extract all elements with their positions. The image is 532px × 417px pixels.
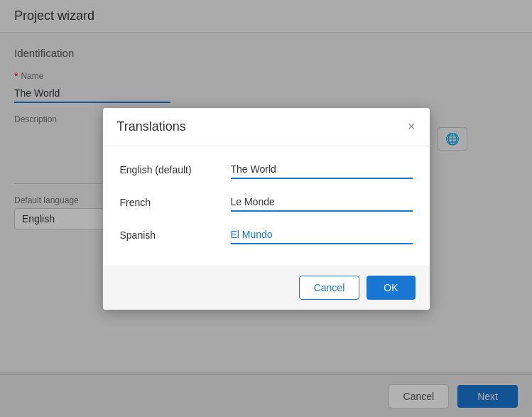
translation-row-spanish: Spanish	[120, 226, 413, 244]
dialog-ok-button[interactable]: OK	[367, 276, 415, 300]
language-label-english: English (default)	[120, 164, 219, 175]
translations-dialog: Translations × English (default) French …	[103, 108, 430, 310]
translation-input-english[interactable]	[231, 161, 413, 179]
translation-input-spanish[interactable]	[231, 226, 413, 244]
translation-row-french: French	[120, 193, 413, 212]
dialog-cancel-button[interactable]: Cancel	[299, 276, 360, 300]
modal-overlay: Translations × English (default) French …	[0, 0, 532, 417]
language-label-french: French	[120, 197, 219, 208]
dialog-close-button[interactable]: ×	[408, 120, 416, 133]
language-label-spanish: Spanish	[120, 229, 219, 241]
translation-input-french[interactable]	[231, 193, 413, 212]
dialog-body: English (default) French Spanish	[103, 146, 430, 266]
dialog-footer: Cancel OK	[103, 266, 430, 310]
translation-row-english: English (default)	[120, 161, 413, 179]
dialog-title: Translations	[117, 119, 186, 134]
dialog-header: Translations ×	[103, 108, 430, 146]
